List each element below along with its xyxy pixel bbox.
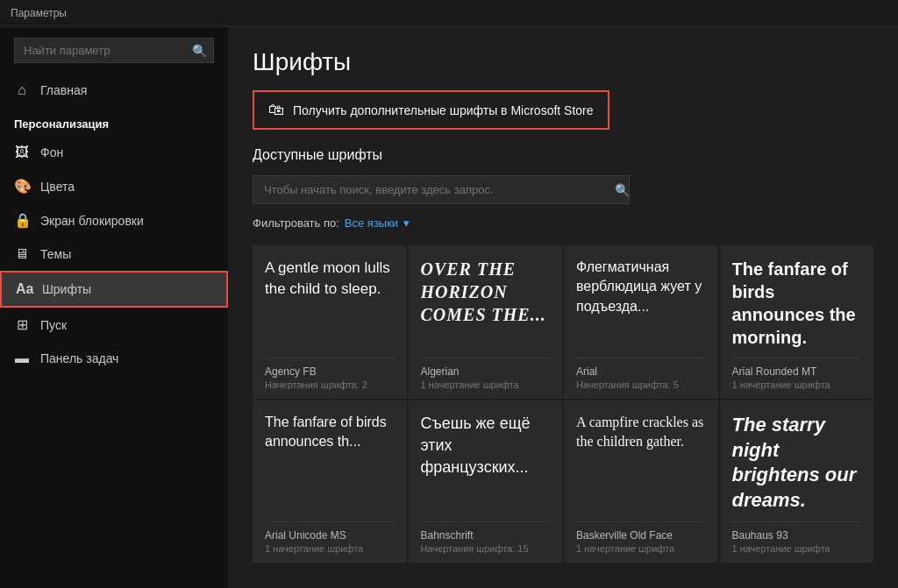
- sidebar-search-input[interactable]: [14, 38, 214, 63]
- font-preview-arial: Флегматичная верблюдица жует у подъезда.…: [576, 258, 706, 349]
- sidebar-item-fonts[interactable]: Aa Шрифты: [0, 271, 228, 308]
- sidebar-colors-label: Цвета: [40, 180, 75, 194]
- font-meta-agency-fb: Agency FB Начертания шрифта: 2: [265, 358, 395, 390]
- font-card-algerian[interactable]: OVER THE HORIZON COMES THE... Algerian 1…: [409, 245, 563, 399]
- sidebar-item-themes[interactable]: 🖥 Темы: [0, 237, 228, 271]
- font-card-bauhaus[interactable]: The starry night brightens our dreams. B…: [720, 400, 874, 563]
- font-search-input[interactable]: [253, 175, 630, 204]
- sidebar-item-colors[interactable]: 🎨 Цвета: [0, 169, 228, 203]
- sidebar-taskbar-label: Панель задач: [40, 351, 118, 365]
- title-bar: Параметры: [0, 0, 898, 27]
- font-variants-algerian: 1 начертание шрифта: [421, 379, 551, 390]
- lockscreen-icon: 🔒: [14, 212, 30, 229]
- font-meta-algerian: Algerian 1 начертание шрифта: [421, 358, 551, 390]
- font-name-baskerville: Baskerville Old Face: [576, 529, 706, 542]
- sidebar-item-taskbar[interactable]: ▬ Панель задач: [0, 342, 228, 375]
- page-title: Шрифты: [253, 48, 873, 76]
- font-card-agency-fb[interactable]: A gentle moon lulls the child to sleep. …: [253, 245, 407, 399]
- filter-row: Фильтровать по: Все языки ▾: [253, 216, 873, 230]
- sidebar: 🔍 ⌂ Главная Персонализация 🖼 Фон 🎨 Цвета…: [0, 27, 228, 588]
- sidebar-lockscreen-label: Экран блокировки: [40, 214, 144, 228]
- start-icon: ⊞: [14, 316, 30, 333]
- font-name-algerian: Algerian: [421, 365, 551, 378]
- taskbar-icon: ▬: [14, 351, 30, 366]
- font-variants-arial: Начертания шрифта: 5: [576, 379, 706, 390]
- font-card-bahnschrift[interactable]: Съешь же ещё этих французских... Bahnsch…: [409, 400, 563, 563]
- font-preview-bahnschrift: Съешь же ещё этих французских...: [421, 413, 551, 513]
- sidebar-home-label: Главная: [40, 83, 87, 97]
- font-variants-bauhaus: 1 начертание шрифта: [732, 543, 862, 554]
- font-card-baskerville[interactable]: A campfire crackles as the children gath…: [564, 400, 718, 563]
- font-variants-agency-fb: Начертания шрифта: 2: [265, 379, 395, 390]
- sidebar-search-icon: 🔍: [192, 44, 207, 58]
- font-meta-arial: Arial Начертания шрифта: 5: [576, 358, 706, 390]
- main-content: Шрифты 🛍 Получить дополнительные шрифты …: [228, 27, 898, 588]
- sidebar-fonts-label: Шрифты: [42, 282, 91, 296]
- font-preview-arial-unicode: The fanfare of birds announces th...: [265, 413, 395, 513]
- get-more-fonts-button[interactable]: 🛍 Получить дополнительные шрифты в Micro…: [253, 90, 609, 130]
- title-bar-label: Параметры: [11, 7, 67, 19]
- font-variants-arial-rounded: 1 начертание шрифта: [732, 379, 862, 390]
- font-meta-baskerville: Baskerville Old Face 1 начертание шрифта: [576, 521, 706, 554]
- background-icon: 🖼: [14, 145, 30, 160]
- filter-value[interactable]: Все языки: [345, 216, 398, 230]
- font-search-area: 🔍: [253, 175, 638, 204]
- font-preview-baskerville: A campfire crackles as the children gath…: [576, 413, 706, 513]
- font-name-arial-unicode: Arial Unicode MS: [265, 529, 395, 542]
- themes-icon: 🖥: [14, 246, 30, 262]
- sidebar-item-home[interactable]: ⌂ Главная: [0, 74, 228, 107]
- sidebar-start-label: Пуск: [40, 318, 67, 332]
- font-meta-bauhaus: Bauhaus 93 1 начертание шрифта: [732, 521, 862, 554]
- font-variants-arial-unicode: 1 начертание шрифта: [265, 543, 395, 554]
- filter-label: Фильтровать по:: [253, 216, 339, 230]
- sidebar-themes-label: Темы: [40, 247, 71, 261]
- font-variants-baskerville: 1 начертание шрифта: [576, 543, 706, 554]
- store-icon: 🛍: [268, 101, 284, 119]
- font-card-arial[interactable]: Флегматичная верблюдица жует у подъезда.…: [564, 245, 718, 399]
- font-search-icon: 🔍: [615, 183, 630, 197]
- font-name-agency-fb: Agency FB: [265, 365, 395, 378]
- font-name-arial-rounded: Arial Rounded MT: [732, 365, 862, 378]
- font-meta-arial-unicode: Arial Unicode MS 1 начертание шрифта: [265, 521, 395, 554]
- sidebar-item-background[interactable]: 🖼 Фон: [0, 136, 228, 169]
- font-preview-agency-fb: A gentle moon lulls the child to sleep.: [265, 258, 395, 349]
- font-preview-arial-rounded: The fanfare of birds announces the morni…: [732, 258, 862, 349]
- font-meta-arial-rounded: Arial Rounded MT 1 начертание шрифта: [732, 358, 862, 390]
- font-variants-bahnschrift: Начертания шрифта: 15: [421, 543, 551, 554]
- sidebar-section-label: Персонализация: [0, 107, 228, 136]
- font-grid: A gentle moon lulls the child to sleep. …: [253, 245, 873, 563]
- font-name-bahnschrift: Bahnschrift: [421, 529, 551, 542]
- available-fonts-label: Доступные шрифты: [253, 147, 873, 163]
- store-button-label: Получить дополнительные шрифты в Microso…: [293, 103, 594, 117]
- colors-icon: 🎨: [14, 178, 30, 195]
- font-preview-algerian: OVER THE HORIZON COMES THE...: [421, 258, 551, 349]
- font-name-arial: Arial: [576, 365, 706, 378]
- font-preview-bauhaus: The starry night brightens our dreams.: [732, 413, 862, 513]
- sidebar-item-lockscreen[interactable]: 🔒 Экран блокировки: [0, 203, 228, 237]
- font-card-arial-rounded[interactable]: The fanfare of birds announces the morni…: [720, 245, 874, 399]
- sidebar-search-area: 🔍: [0, 27, 228, 74]
- fonts-icon: Aa: [16, 281, 32, 297]
- sidebar-background-label: Фон: [40, 145, 63, 159]
- font-card-arial-unicode[interactable]: The fanfare of birds announces th... Ari…: [253, 400, 407, 563]
- home-icon: ⌂: [14, 82, 30, 98]
- filter-chevron-icon[interactable]: ▾: [403, 216, 410, 230]
- font-meta-bahnschrift: Bahnschrift Начертания шрифта: 15: [421, 521, 551, 554]
- sidebar-item-start[interactable]: ⊞ Пуск: [0, 308, 228, 342]
- font-name-bauhaus: Bauhaus 93: [732, 529, 862, 542]
